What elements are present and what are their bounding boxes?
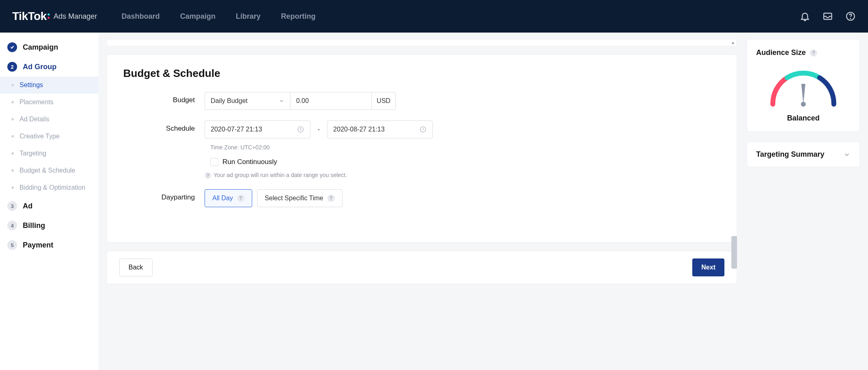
step-number-icon: 3	[7, 201, 17, 211]
bell-icon[interactable]	[800, 11, 810, 22]
run-continuously-checkbox[interactable]	[210, 158, 218, 166]
step-label: Ad	[23, 202, 33, 210]
budget-row: Budget Daily Budget USD	[123, 92, 720, 110]
dayparting-specific-time-button[interactable]: Select Specific Time ?	[257, 189, 342, 207]
bullet-icon	[11, 84, 14, 86]
timezone-text: Time Zone: UTC+02:00	[210, 144, 720, 151]
sidebar-item-settings[interactable]: Settings	[0, 77, 98, 94]
bullet-icon	[11, 152, 14, 155]
schedule-row: Schedule 2020-07-27 21:13 - 2020-08-27 2…	[123, 120, 720, 179]
step-label: Billing	[23, 221, 45, 230]
nav-library[interactable]: Library	[236, 12, 261, 21]
scroll-up-arrow-icon[interactable]: ▲	[730, 39, 736, 46]
bullet-icon	[11, 169, 14, 172]
dayparting-all-day-button[interactable]: All Day ?	[205, 189, 252, 207]
help-icon: ?	[327, 195, 335, 202]
step-number-icon: 5	[7, 240, 17, 250]
dayparting-label: Dayparting	[123, 189, 205, 201]
step-ad-group[interactable]: 2 Ad Group	[0, 57, 98, 77]
run-continuously-label: Run Continuously	[222, 158, 277, 166]
logo-text: TikTok	[12, 10, 50, 23]
clock-icon	[297, 126, 304, 133]
next-button[interactable]: Next	[692, 258, 724, 276]
audience-size-card: Audience Size ? Balanced	[747, 39, 860, 132]
back-button[interactable]: Back	[119, 258, 153, 276]
logo: TikTok Ads Manager	[12, 10, 97, 23]
step-label: Ad Group	[23, 63, 57, 71]
chevron-down-icon	[843, 151, 851, 158]
sidebar-item-creative-type[interactable]: Creative Type	[0, 128, 98, 145]
nav-dashboard[interactable]: Dashboard	[122, 12, 160, 21]
right-panel: Audience Size ? Balanced Targeting Summa…	[747, 33, 860, 370]
chevron-down-icon	[279, 98, 284, 104]
logo-sub: Ads Manager	[54, 12, 97, 21]
dayparting-row: Dayparting All Day ? Select Specific Tim…	[123, 189, 720, 207]
bullet-icon	[11, 101, 14, 103]
sidebar-item-ad-details[interactable]: Ad Details	[0, 111, 98, 128]
bullet-icon	[11, 186, 14, 189]
help-icon: ?	[237, 195, 244, 202]
sidebar: Campaign 2 Ad Group Settings Placements …	[0, 33, 98, 370]
nav-reporting[interactable]: Reporting	[281, 12, 316, 21]
step-label: Payment	[23, 241, 53, 250]
step-ad[interactable]: 3 Ad	[0, 196, 98, 216]
svg-point-5	[801, 102, 806, 107]
top-nav: Dashboard Campaign Library Reporting	[122, 12, 316, 21]
budget-amount-input[interactable]	[290, 92, 371, 110]
sidebar-item-targeting[interactable]: Targeting	[0, 145, 98, 162]
topbar-actions	[800, 11, 856, 22]
help-icon: ?	[810, 49, 817, 57]
schedule-start-input[interactable]: 2020-07-27 21:13	[205, 120, 310, 138]
audience-size-title: Audience Size	[756, 48, 806, 57]
help-icon[interactable]	[845, 11, 856, 22]
schedule-label: Schedule	[123, 120, 205, 133]
schedule-end-input[interactable]: 2020-08-27 21:13	[327, 120, 433, 138]
svg-point-2	[850, 18, 851, 19]
audience-status: Balanced	[787, 114, 820, 123]
content-scroll: ▲ Budget & Schedule Budget Daily Budget	[107, 33, 737, 370]
step-number-icon: 4	[7, 221, 17, 230]
sidebar-item-budget-schedule[interactable]: Budget & Schedule	[0, 162, 98, 179]
gauge-icon	[765, 63, 842, 108]
sidebar-item-placements[interactable]: Placements	[0, 94, 98, 111]
inbox-icon[interactable]	[822, 11, 833, 22]
ad-group-subitems: Settings Placements Ad Details Creative …	[0, 77, 98, 196]
budget-type-select[interactable]: Daily Budget	[205, 92, 290, 110]
info-icon: ?	[205, 172, 211, 179]
card-title: Budget & Schedule	[123, 67, 720, 80]
footer-nav-card: Back Next	[107, 251, 737, 284]
previous-card-peek	[107, 39, 737, 46]
step-billing[interactable]: 4 Billing	[0, 216, 98, 235]
budget-label: Budget	[123, 92, 205, 104]
check-icon	[7, 42, 17, 52]
date-range-separator: -	[318, 126, 320, 133]
sidebar-item-bidding-optimization[interactable]: Bidding & Optimization	[0, 179, 98, 196]
step-payment[interactable]: 5 Payment	[0, 235, 98, 255]
clock-icon	[419, 126, 427, 133]
targeting-summary-accordion[interactable]: Targeting Summary	[747, 142, 860, 167]
budget-currency: USD	[371, 92, 396, 110]
nav-campaign[interactable]: Campaign	[180, 12, 216, 21]
schedule-hint: ?Your ad group will run within a date ra…	[205, 172, 720, 179]
budget-schedule-card: Budget & Schedule Budget Daily Budget US…	[107, 55, 737, 243]
step-campaign[interactable]: Campaign	[0, 37, 98, 57]
top-bar: TikTok Ads Manager Dashboard Campaign Li…	[0, 0, 868, 33]
bullet-icon	[11, 118, 14, 120]
scrollbar-thumb[interactable]	[731, 236, 737, 269]
bullet-icon	[11, 135, 14, 138]
targeting-summary-title: Targeting Summary	[756, 150, 824, 159]
step-label: Campaign	[23, 43, 58, 52]
step-number-icon: 2	[7, 62, 17, 72]
